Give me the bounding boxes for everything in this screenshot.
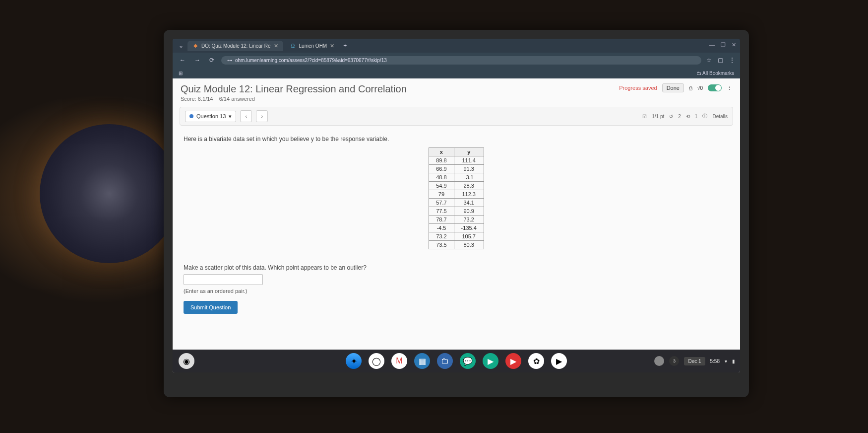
print-icon[interactable]: ⎙ xyxy=(689,85,692,91)
close-window-icon[interactable]: ✕ xyxy=(732,42,736,48)
quiz-header: Quiz Module 12: Linear Regression and Co… xyxy=(173,78,740,104)
table-cell: 80.3 xyxy=(454,241,484,249)
accessibility-toggle[interactable] xyxy=(708,84,722,91)
shelf-time[interactable]: 5:58 xyxy=(710,359,720,364)
reload-button[interactable]: ⟳ xyxy=(207,56,216,65)
table-cell: 73.2 xyxy=(429,232,454,241)
regen-icon: ⟲ xyxy=(686,114,690,119)
table-cell: 111.4 xyxy=(454,156,484,165)
shelf-app-meet[interactable]: ▶ xyxy=(483,353,498,369)
site-info-icon[interactable]: ⊶ xyxy=(227,58,232,63)
url-input[interactable]: ⊶ ohm.lumenlearning.com/assess2/?cid=858… xyxy=(221,56,701,65)
forward-button[interactable]: → xyxy=(192,56,202,65)
answered-text: 6/14 answered xyxy=(219,96,255,102)
table-row: 48.8-3.1 xyxy=(429,173,484,182)
table-cell: 66.9 xyxy=(429,165,454,173)
shelf-app-youtube[interactable]: ▶ xyxy=(505,353,521,369)
table-cell: 28.3 xyxy=(454,182,484,190)
done-button[interactable]: Done xyxy=(662,83,684,92)
wifi-icon[interactable]: ▾ xyxy=(725,359,727,364)
score-text: Score: 6.1/14 xyxy=(181,96,213,102)
close-icon[interactable]: ✕ xyxy=(330,43,334,49)
minimize-icon[interactable]: — xyxy=(709,42,715,48)
tab-favicon-icon: ✱ xyxy=(192,43,198,49)
table-cell: 91.3 xyxy=(454,165,484,173)
shelf-app-calendar[interactable]: ▦ xyxy=(414,353,430,369)
table-cell: 34.1 xyxy=(454,199,484,207)
notification-count-icon[interactable]: 3 xyxy=(669,356,679,366)
table-cell: 105.7 xyxy=(454,232,484,241)
question-nav-bar: Question 13 ▾ ‹ › ☑ 1/1 pt ↺ 2 ⟲ 1 ⓘ Det… xyxy=(180,107,733,126)
table-row: 73.580.3 xyxy=(429,241,484,249)
maximize-icon[interactable]: ❐ xyxy=(721,42,726,48)
retries-text: 1 xyxy=(695,114,698,119)
install-icon[interactable]: ▢ xyxy=(718,57,723,64)
shelf-app-pwa[interactable]: ✦ xyxy=(346,353,362,369)
search-tabs-icon[interactable]: ⌄ xyxy=(177,41,186,50)
all-bookmarks-link[interactable]: 🗀 All Bookmarks xyxy=(696,71,734,76)
launcher-icon[interactable]: ◉ xyxy=(179,353,194,369)
info-icon[interactable]: ⓘ xyxy=(702,113,707,120)
shelf-app-gmail[interactable]: M xyxy=(391,353,407,369)
table-row: 66.991.3 xyxy=(429,165,484,173)
col-header-y: y xyxy=(454,148,484,156)
table-cell: -4.5 xyxy=(429,224,454,232)
bookmark-star-icon[interactable]: ☆ xyxy=(706,57,712,64)
table-cell: 77.5 xyxy=(429,207,454,216)
shelf-date[interactable]: Dec 1 xyxy=(684,357,705,365)
score-check-icon: ☑ xyxy=(642,114,647,119)
table-row: 57.734.1 xyxy=(429,199,484,207)
score-line: Score: 6.1/14 6/14 answered xyxy=(181,96,407,102)
question-label: Question 13 xyxy=(196,113,226,119)
desk-fan xyxy=(40,124,179,263)
table-cell: 89.8 xyxy=(429,156,454,165)
tab-quiz[interactable]: ✱ DO: Quiz Module 12: Linear Re ✕ xyxy=(187,41,283,51)
data-table: x y 89.8111.466.991.348.8-3.154.928.3791… xyxy=(429,147,484,249)
formula-icon[interactable]: √0 xyxy=(697,85,703,91)
back-button[interactable]: ← xyxy=(178,56,187,65)
question-part2: Make a scatter plot of this data. Which … xyxy=(184,264,729,271)
question-content: Here is a bivariate data set in which yo… xyxy=(173,129,740,321)
tab-label: Lumen OHM xyxy=(299,43,327,49)
table-row: 79112.3 xyxy=(429,190,484,199)
apps-grid-icon[interactable]: ⊞ xyxy=(179,71,183,76)
attempts-text: 2 xyxy=(678,114,681,119)
shelf-app-files[interactable]: 🗀 xyxy=(437,353,453,369)
next-question-button[interactable]: › xyxy=(256,110,268,122)
close-icon[interactable]: ✕ xyxy=(274,43,278,49)
status-dot-icon xyxy=(189,114,193,118)
retry-icon: ↺ xyxy=(669,114,673,119)
battery-icon[interactable]: ▮ xyxy=(732,359,735,364)
menu-icon[interactable]: ⋮ xyxy=(729,57,735,64)
tab-strip: ⌄ ✱ DO: Quiz Module 12: Linear Re ✕ Ω Lu… xyxy=(173,39,740,53)
bookmarks-bar: ⊞ 🗀 All Bookmarks xyxy=(173,68,740,78)
question-selector[interactable]: Question 13 ▾ xyxy=(185,111,236,122)
table-cell: 73.5 xyxy=(429,241,454,249)
screen: ⌄ ✱ DO: Quiz Module 12: Linear Re ✕ Ω Lu… xyxy=(173,39,740,372)
table-row: 73.2105.7 xyxy=(429,232,484,241)
page-content: Quiz Module 12: Linear Regression and Co… xyxy=(173,78,740,372)
table-row: -4.5-135.4 xyxy=(429,224,484,232)
shelf-app-chrome[interactable]: ◯ xyxy=(369,353,384,369)
settings-menu-icon[interactable]: ⋮ xyxy=(727,85,732,91)
prev-question-button[interactable]: ‹ xyxy=(240,110,252,122)
table-cell: 48.8 xyxy=(429,173,454,182)
submit-button[interactable]: Submit Question xyxy=(184,301,238,314)
address-bar: ← → ⟳ ⊶ ohm.lumenlearning.com/assess2/?c… xyxy=(173,53,740,68)
shelf-app-messages[interactable]: 💬 xyxy=(460,353,476,369)
url-text: ohm.lumenlearning.com/assess2/?cid=85879… xyxy=(235,58,387,63)
input-hint: (Enter as an ordered pair.) xyxy=(184,288,729,294)
table-cell: 90.9 xyxy=(454,207,484,216)
col-header-x: x xyxy=(429,148,454,156)
notification-icon[interactable] xyxy=(654,356,664,366)
question-prompt: Here is a bivariate data set in which yo… xyxy=(184,136,729,143)
table-cell: 57.7 xyxy=(429,199,454,207)
shelf-app-photos[interactable]: ✿ xyxy=(528,353,544,369)
shelf-app-play[interactable]: ▶ xyxy=(551,353,567,369)
details-link[interactable]: Details xyxy=(712,114,728,119)
new-tab-button[interactable]: + xyxy=(341,41,349,50)
table-row: 78.773.2 xyxy=(429,216,484,224)
progress-saved-label: Progress saved xyxy=(619,85,657,91)
answer-input[interactable] xyxy=(184,274,263,285)
tab-lumen[interactable]: Ω Lumen OHM ✕ xyxy=(285,41,340,51)
